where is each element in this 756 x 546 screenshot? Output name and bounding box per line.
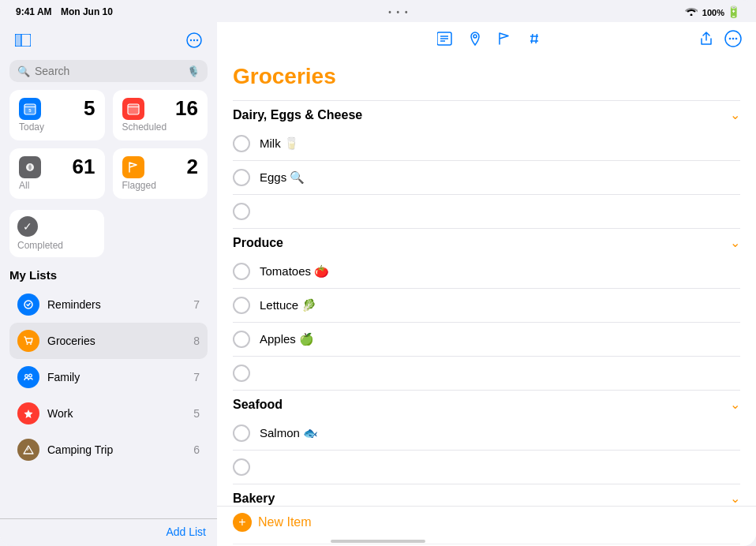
main-container: 🔍 🎙️ 5 5 Tod bbox=[0, 22, 756, 546]
toolbar-right-icons bbox=[699, 30, 742, 51]
salmon-text: Salmon 🐟 bbox=[260, 426, 740, 440]
sidebar-item-work[interactable]: Work 5 bbox=[9, 395, 208, 432]
lettuce-circle[interactable] bbox=[233, 297, 250, 314]
all-count: 61 bbox=[73, 156, 95, 177]
produce-empty-circle bbox=[233, 365, 250, 382]
completed-button[interactable]: ✓ Completed bbox=[9, 210, 104, 257]
dairy-empty-circle bbox=[233, 203, 250, 220]
flag-toolbar-icon[interactable] bbox=[497, 32, 511, 50]
search-input[interactable] bbox=[35, 65, 182, 77]
item-salmon: Salmon 🐟 bbox=[233, 417, 740, 451]
svg-line-31 bbox=[536, 34, 537, 43]
add-list-button[interactable]: Add List bbox=[0, 518, 217, 546]
new-item-label: New Item bbox=[258, 515, 312, 529]
tomatoes-circle[interactable] bbox=[233, 263, 250, 280]
more-options-button[interactable] bbox=[182, 28, 206, 52]
flagged-label: Flagged bbox=[122, 180, 199, 191]
groceries-list-name: Groceries bbox=[47, 335, 185, 347]
family-list-count: 7 bbox=[193, 371, 200, 383]
wifi-icon bbox=[685, 6, 698, 18]
toolbar-center-icons bbox=[437, 31, 541, 50]
item-eggs: Eggs 🔍 bbox=[233, 161, 740, 195]
sidebar-item-reminders[interactable]: Reminders 7 bbox=[9, 286, 208, 323]
family-list-name: Family bbox=[47, 371, 185, 383]
smart-lists-grid: 5 5 Today 16 bbox=[0, 90, 217, 207]
new-item-button[interactable]: + New Item bbox=[233, 513, 312, 532]
my-lists-section: My Lists Reminders 7 bbox=[0, 262, 217, 518]
today-count: 5 bbox=[84, 98, 95, 118]
family-list-icon bbox=[17, 366, 39, 388]
svg-point-6 bbox=[196, 39, 198, 41]
reminders-list-icon bbox=[17, 294, 39, 316]
scheduled-label: Scheduled bbox=[122, 122, 199, 133]
home-indicator bbox=[331, 540, 425, 543]
flagged-count: 2 bbox=[187, 156, 198, 177]
item-lettuce: Lettuce 🥬 bbox=[233, 289, 740, 323]
milk-circle[interactable] bbox=[233, 135, 250, 152]
smart-list-flagged[interactable]: 2 Flagged bbox=[113, 148, 208, 199]
completed-label: Completed bbox=[17, 240, 63, 251]
share-toolbar-icon[interactable] bbox=[699, 31, 713, 50]
smart-list-all[interactable]: 61 All bbox=[9, 148, 105, 199]
item-apples: Apples 🍏 bbox=[233, 323, 740, 357]
salmon-circle[interactable] bbox=[233, 424, 250, 442]
all-icon bbox=[19, 156, 41, 178]
svg-point-33 bbox=[729, 38, 732, 40]
section-seafood-title: Seafood bbox=[233, 398, 283, 412]
seafood-add-item[interactable] bbox=[233, 451, 740, 484]
dairy-chevron-icon[interactable]: ⌄ bbox=[730, 107, 740, 122]
today-icon: 5 bbox=[19, 98, 41, 120]
detail-toolbar bbox=[217, 22, 756, 56]
svg-point-35 bbox=[735, 38, 738, 40]
new-item-plus-icon: + bbox=[233, 513, 252, 532]
flagged-icon bbox=[122, 156, 144, 178]
item-tomatoes: Tomatoes 🍅 bbox=[233, 255, 740, 289]
scheduled-icon bbox=[122, 98, 144, 120]
location-toolbar-icon[interactable] bbox=[469, 31, 481, 50]
produce-chevron-icon[interactable]: ⌄ bbox=[730, 235, 740, 250]
work-list-count: 5 bbox=[193, 407, 200, 420]
seafood-chevron-icon[interactable]: ⌄ bbox=[730, 397, 740, 412]
status-center-dots: • • • bbox=[388, 8, 409, 17]
completed-section: ✓ Completed bbox=[0, 207, 217, 262]
sidebar-item-family[interactable]: Family 7 bbox=[9, 359, 208, 395]
svg-point-4 bbox=[190, 39, 192, 41]
checklist-toolbar-icon[interactable] bbox=[437, 32, 453, 50]
bakery-chevron-icon[interactable]: ⌄ bbox=[730, 491, 740, 506]
section-produce: Produce ⌄ bbox=[233, 228, 740, 255]
completed-check-icon: ✓ bbox=[17, 216, 38, 237]
section-dairy-title: Dairy, Eggs & Cheese bbox=[233, 108, 362, 122]
eggs-circle[interactable] bbox=[233, 169, 250, 186]
sidebar: 🔍 🎙️ 5 5 Tod bbox=[0, 22, 217, 546]
svg-point-17 bbox=[30, 343, 32, 345]
work-list-name: Work bbox=[47, 407, 185, 420]
list-title: Groceries bbox=[233, 64, 740, 89]
more-toolbar-icon[interactable] bbox=[724, 30, 742, 51]
mic-icon[interactable]: 🎙️ bbox=[187, 65, 200, 77]
sidebar-item-groceries[interactable]: Groceries 8 bbox=[9, 323, 208, 359]
milk-text: Milk 🥛 bbox=[260, 136, 740, 151]
section-produce-title: Produce bbox=[233, 236, 283, 250]
produce-add-item[interactable] bbox=[233, 357, 740, 390]
detail-bottom-bar: + New Item bbox=[217, 506, 756, 538]
smart-list-today[interactable]: 5 5 Today bbox=[9, 90, 105, 140]
battery-level: 100% 🔋 bbox=[702, 6, 740, 18]
svg-point-19 bbox=[29, 374, 32, 377]
reminders-list-name: Reminders bbox=[47, 298, 185, 311]
tomatoes-text: Tomatoes 🍅 bbox=[260, 264, 740, 279]
tag-toolbar-icon[interactable] bbox=[527, 32, 541, 50]
eggs-text: Eggs 🔍 bbox=[260, 170, 740, 185]
sidebar-item-camping[interactable]: Camping Trip 6 bbox=[9, 432, 208, 468]
groceries-list-icon bbox=[17, 330, 39, 352]
status-time: 9:41 AM bbox=[16, 6, 52, 17]
svg-marker-20 bbox=[24, 410, 33, 418]
sidebar-toggle-button[interactable] bbox=[11, 28, 35, 52]
dairy-add-item[interactable] bbox=[233, 195, 740, 228]
apples-circle[interactable] bbox=[233, 331, 250, 348]
smart-list-scheduled[interactable]: 16 Scheduled bbox=[113, 90, 208, 140]
today-label: Today bbox=[19, 122, 95, 133]
detail-panel: Groceries Dairy, Eggs & Cheese ⌄ Milk 🥛 … bbox=[217, 22, 756, 546]
section-bakery-title: Bakery bbox=[233, 492, 275, 506]
search-bar[interactable]: 🔍 🎙️ bbox=[9, 60, 208, 82]
camping-list-count: 6 bbox=[193, 443, 200, 456]
